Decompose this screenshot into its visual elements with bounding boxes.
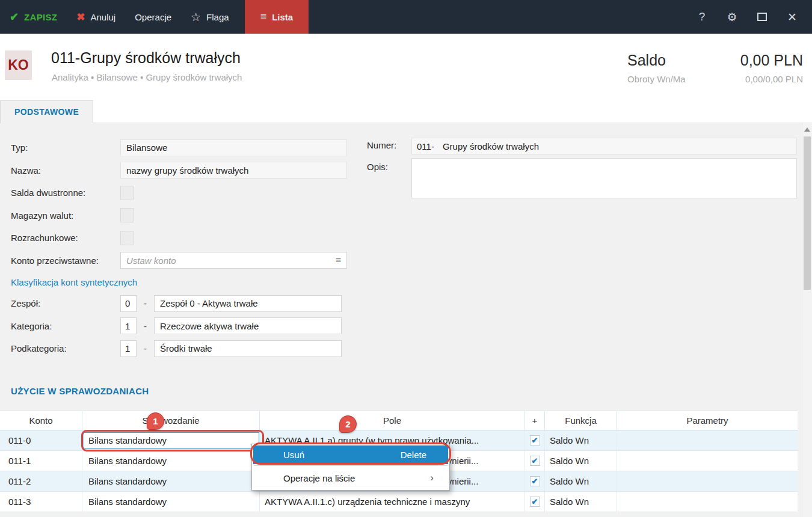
kategoria-code-field[interactable]: 1 bbox=[120, 317, 137, 334]
save-button[interactable]: ✔ ZAPISZ bbox=[0, 0, 67, 34]
kategoria-label: Kategoria: bbox=[11, 321, 120, 331]
konto-przeciwstawne-input[interactable] bbox=[126, 255, 336, 266]
list-button-label: Lista bbox=[272, 12, 293, 22]
saldo-label: Saldo bbox=[627, 52, 666, 69]
zespol-value-field[interactable]: Zespół 0 - Aktywa trwałe bbox=[154, 295, 342, 312]
balance-summary: Saldo 0,00 PLN Obroty Wn/Ma 0,00/0,00 PL… bbox=[627, 52, 803, 84]
obroty-value: 0,00/0,00 PLN bbox=[745, 74, 803, 84]
context-menu: Usuń Delete Operacje na liście › bbox=[251, 444, 450, 491]
cell-parametry[interactable] bbox=[617, 430, 798, 450]
nazwa-label: Nazwa: bbox=[11, 165, 120, 176]
scrollbar-thumb[interactable] bbox=[804, 136, 811, 290]
salda-dwustronne-label: Salda dwustronne: bbox=[11, 188, 120, 198]
zespol-code-field[interactable]: 0 bbox=[120, 295, 137, 312]
cell-plus[interactable]: ✔ bbox=[525, 430, 545, 450]
menu-item-operacje-label: Operacje na liście bbox=[283, 473, 355, 483]
cancel-button-label: Anuluj bbox=[90, 12, 115, 22]
cancel-button[interactable]: ✖ Anuluj bbox=[67, 0, 125, 34]
column-header-pole[interactable]: Pole bbox=[260, 411, 525, 430]
opis-label: Opis: bbox=[367, 158, 411, 172]
column-header-plus[interactable]: + bbox=[525, 411, 545, 430]
typ-field[interactable]: Bilansowe bbox=[120, 139, 347, 156]
cell-funkcja[interactable]: Saldo Wn bbox=[545, 451, 617, 471]
cell-plus[interactable]: ✔ bbox=[525, 451, 545, 471]
maximize-button[interactable] bbox=[747, 0, 777, 34]
cell-funkcja[interactable]: Saldo Wn bbox=[545, 492, 617, 512]
cell-sprawozdanie[interactable]: Bilans standardowy bbox=[82, 471, 260, 491]
tab-strip: PODSTAWOWE bbox=[0, 97, 812, 123]
column-header-sprawozdanie[interactable]: Sprawozdanie bbox=[82, 411, 260, 430]
menu-item-usun[interactable]: Usuń Delete bbox=[253, 445, 448, 464]
table-row[interactable]: 011-3 Bilans standardowy AKTYWA A.II.1.c… bbox=[0, 492, 798, 512]
cell-parametry[interactable] bbox=[617, 451, 798, 471]
cell-sprawozdanie[interactable]: Bilans standardowy bbox=[82, 430, 260, 450]
close-button[interactable]: ✕ bbox=[777, 0, 807, 34]
magazyn-walut-checkbox[interactable] bbox=[120, 208, 134, 222]
numer-value: Grupy środków trwałych bbox=[439, 141, 539, 151]
form-right-column: Numer: 011- Grupy środków trwałych Opis: bbox=[367, 136, 797, 198]
settings-gear-button[interactable]: ⚙ bbox=[717, 0, 747, 34]
cell-funkcja[interactable]: Saldo Wn bbox=[545, 430, 617, 450]
form-left-column: Typ: Bilansowe Nazwa: nazwy grupy środkó… bbox=[11, 136, 351, 360]
cell-plus[interactable]: ✔ bbox=[525, 492, 545, 512]
checkbox-checked[interactable]: ✔ bbox=[530, 497, 540, 507]
column-header-parametry[interactable]: Parametry bbox=[617, 411, 798, 430]
nazwa-field[interactable]: nazwy grupy środków trwałych bbox=[120, 162, 347, 179]
section-title-uzycie: UŻYCIE W SPRAWOZDANIACH bbox=[11, 386, 149, 396]
salda-dwustronne-checkbox[interactable] bbox=[120, 186, 134, 200]
rozrachunkowe-label: Rozrachunkowe: bbox=[11, 233, 120, 243]
cell-sprawozdanie[interactable]: Bilans standardowy bbox=[82, 492, 260, 512]
rozrachunkowe-checkbox[interactable] bbox=[120, 231, 134, 245]
flag-button-label: Flaga bbox=[206, 12, 229, 22]
obroty-label: Obroty Wn/Ma bbox=[627, 74, 686, 84]
record-header: KO 011-Grupy środków trwałych Analityka … bbox=[0, 34, 812, 97]
cell-konto[interactable]: 011-3 bbox=[0, 492, 82, 512]
podkategoria-value-field[interactable]: Środki trwałe bbox=[154, 340, 342, 357]
klasyfikacja-link[interactable]: Klasyfikacja kont syntetycznych bbox=[11, 277, 137, 287]
cell-sprawozdanie[interactable]: Bilans standardowy bbox=[82, 451, 260, 471]
typ-label: Typ: bbox=[11, 142, 120, 153]
numer-field[interactable]: 011- Grupy środków trwałych bbox=[411, 138, 797, 154]
opis-textarea[interactable] bbox=[411, 158, 797, 198]
window-controls: ? ⚙ ✕ bbox=[687, 0, 812, 34]
menu-item-operacje-na-liscie[interactable]: Operacje na liście › bbox=[253, 467, 448, 489]
cell-plus[interactable]: ✔ bbox=[525, 471, 545, 491]
table-header-row: Konto Sprawozdanie Pole + Funkcja Parame… bbox=[0, 411, 798, 430]
konto-przeciwstawne-field[interactable]: ≡ bbox=[120, 252, 347, 269]
cancel-icon: ✖ bbox=[76, 11, 85, 23]
operations-button[interactable]: Operacje bbox=[125, 0, 181, 34]
zespol-separator: - bbox=[144, 298, 147, 308]
cell-editor[interactable]: Bilans standardowy bbox=[84, 432, 259, 449]
list-button[interactable]: ≡ Lista bbox=[245, 0, 309, 34]
annotation-badge-2: 2 bbox=[339, 415, 357, 433]
cell-konto[interactable]: 011-1 bbox=[0, 451, 82, 471]
cell-funkcja[interactable]: Saldo Wn bbox=[545, 471, 617, 491]
breadcrumb: Analityka • Bilansowe • Grupy środków tr… bbox=[52, 72, 242, 82]
podkategoria-code-field[interactable]: 1 bbox=[120, 340, 137, 357]
page-title: 011-Grupy środków trwałych bbox=[51, 49, 241, 67]
column-header-konto[interactable]: Konto bbox=[0, 411, 82, 430]
vertical-scrollbar[interactable] bbox=[802, 123, 812, 517]
checkbox-checked[interactable]: ✔ bbox=[530, 456, 540, 466]
tab-podstawowe[interactable]: PODSTAWOWE bbox=[0, 100, 93, 124]
lookup-list-icon[interactable]: ≡ bbox=[336, 255, 341, 266]
kategoria-value-field[interactable]: Rzeczowe aktywa trwałe bbox=[154, 317, 342, 334]
numer-label: Numer: bbox=[367, 136, 411, 150]
scroll-up-arrow-icon[interactable] bbox=[804, 127, 810, 132]
star-icon: ☆ bbox=[191, 10, 201, 24]
module-badge: KO bbox=[5, 50, 32, 80]
checkbox-checked[interactable]: ✔ bbox=[530, 476, 540, 486]
cell-parametry[interactable] bbox=[617, 492, 798, 512]
hamburger-icon: ≡ bbox=[260, 11, 267, 23]
podkategoria-separator: - bbox=[144, 343, 147, 353]
cell-parametry[interactable] bbox=[617, 471, 798, 491]
cell-pole[interactable]: AKTYWA A.II.1.c) urządzenia techniczne i… bbox=[260, 492, 525, 512]
column-header-funkcja[interactable]: Funkcja bbox=[545, 411, 617, 430]
cell-konto[interactable]: 011-2 bbox=[0, 471, 82, 491]
help-button[interactable]: ? bbox=[687, 0, 717, 34]
flag-button[interactable]: ☆ Flaga bbox=[181, 0, 239, 34]
magazyn-walut-label: Magazyn walut: bbox=[11, 210, 120, 221]
cell-konto[interactable]: 011-0 bbox=[0, 430, 82, 450]
menu-separator bbox=[254, 465, 448, 466]
checkbox-checked[interactable]: ✔ bbox=[530, 435, 540, 445]
